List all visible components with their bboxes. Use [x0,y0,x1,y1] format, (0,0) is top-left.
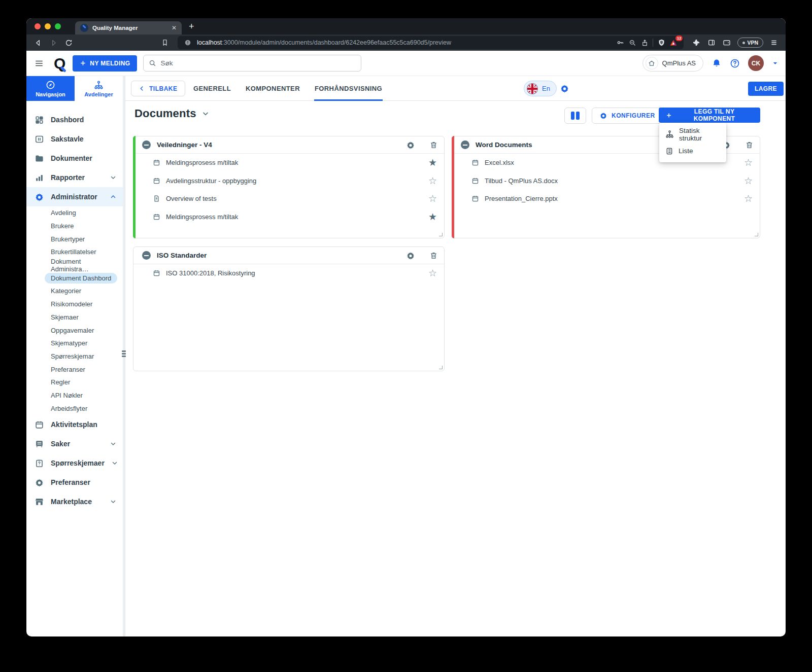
collapse-circle-icon[interactable] [142,251,151,260]
qmplus-logo[interactable]: Q [54,56,65,71]
card-settings-gear-icon[interactable] [406,251,415,260]
wallet-icon[interactable] [720,37,733,49]
password-key-icon[interactable] [614,37,626,48]
favorite-star-icon[interactable]: ☆ [428,194,437,203]
notifications-bell-icon[interactable] [712,58,722,68]
sidebar-item-saker[interactable]: Saker [26,434,123,453]
submenu-item-preferanser[interactable]: Preferanser [26,363,123,376]
menu-item-liste[interactable]: Liste [659,143,726,159]
favorite-star-icon[interactable]: ☆ [428,268,437,278]
sidebar-toggle-icon[interactable] [705,37,718,49]
add-component-button[interactable]: LEGG TIL NY KOMPONENT [659,108,760,123]
card-delete-trash-icon[interactable] [745,140,754,150]
card-resize-handle[interactable] [439,366,443,369]
sidebar-item-administrator[interactable]: Administrator [26,187,123,206]
favorite-star-icon[interactable]: ☆ [428,176,437,186]
submenu-item-risikomodeler[interactable]: Risikomodeler [26,298,123,311]
document-row[interactable]: Overview of tests ☆ [133,190,444,208]
browser-menu-icon[interactable] [767,37,781,49]
submenu-item-kategorier[interactable]: Kategorier [26,285,123,298]
vpn-button[interactable]: VPN [737,38,763,48]
url-bar[interactable]: localhost:3000/module/admin/documents/da… [178,36,684,49]
close-window-button[interactable] [35,23,41,29]
submenu-item-skjemaer[interactable]: Skjemaer [26,311,123,324]
sidebar-item-dokumenter[interactable]: Dokumenter [26,149,123,168]
document-row[interactable]: Meldingsprosess m/tiltak ★ [133,208,444,226]
organization-selector[interactable]: QmPlus AS [642,55,703,72]
browser-tab[interactable]: Quality Manager ✕ [75,21,182,34]
new-message-button[interactable]: NY MELDING [73,55,137,72]
tab-generell[interactable]: GENERELL [193,76,231,101]
tab-komponenter[interactable]: KOMPONENTER [245,76,300,101]
submenu-item-arbeidsflyter[interactable]: Arbeidsflyter [26,402,123,415]
sidebar-item-rapporter[interactable]: Rapporter [26,168,123,187]
title-chevron-down-icon[interactable] [201,110,210,118]
card-settings-gear-icon[interactable] [406,140,415,150]
help-icon[interactable] [730,58,740,68]
submenu-item-brukere[interactable]: Brukere [26,220,123,233]
sidebar-item-marketplace[interactable]: Marketplace [26,492,123,511]
submenu-item-oppgavemaler[interactable]: Oppgavemaler [26,324,123,337]
site-info-icon[interactable] [182,37,194,48]
card-delete-trash-icon[interactable] [429,140,438,150]
submenu-item-brukertyper[interactable]: Brukertyper [26,232,123,245]
back-icon[interactable] [31,37,45,49]
submenu-item-sporreskjemar[interactable]: Spørreskjemar [26,350,123,363]
submenu-item-dokument-administrasjon[interactable]: Dokument Administra… [26,259,123,272]
tab-forhandsvisning[interactable]: FORHÅNDSVISNING [314,76,383,101]
submenu-item-dokument-dashbord[interactable]: Dokument Dashbord [26,271,123,285]
favorite-star-icon[interactable]: ★ [428,212,437,222]
new-tab-button[interactable]: + [189,22,194,31]
favorite-star-icon[interactable]: ★ [428,158,437,167]
save-button[interactable]: LAGRE [748,82,784,96]
uk-flag-icon [526,83,538,95]
account-chevron-down-icon[interactable] [772,60,779,66]
document-row[interactable]: Presentation_Cierre.pptx ☆ [452,190,760,208]
zoom-out-icon[interactable] [626,37,638,48]
menu-item-statisk-struktur[interactable]: Statisk struktur [659,126,726,143]
app-menu-icon[interactable] [33,59,45,68]
back-button[interactable]: TILBAKE [131,81,185,96]
submenu-item-regler[interactable]: Regler [26,376,123,389]
search-input[interactable] [160,59,356,67]
brave-rewards-icon[interactable]: 12 [667,37,680,48]
sidebar-item-aktivitetsplan[interactable]: Aktivitetsplan [26,415,123,434]
global-search[interactable] [143,55,361,72]
bookmark-icon[interactable] [158,37,172,49]
document-row[interactable]: Avdelingsstruktur - oppbygging ☆ [133,172,444,190]
file-icon [153,195,160,202]
avatar[interactable]: CK [748,55,764,71]
brave-shield-icon[interactable] [655,37,667,48]
tab-close-icon[interactable]: ✕ [171,24,178,31]
sidebar-item-sakstavle[interactable]: Sakstavle [26,129,123,149]
card-delete-trash-icon[interactable] [429,251,438,260]
document-row[interactable]: Meldingsprosess m/tiltak ★ [133,154,444,172]
sidebar-item-preferanser[interactable]: Preferanser [26,473,123,492]
preview-settings-gear-icon[interactable] [560,84,569,93]
layout-columns-button[interactable] [564,108,586,124]
submenu-item-avdeling[interactable]: Avdeling [26,206,123,220]
share-icon[interactable] [638,37,651,48]
minimize-window-button[interactable] [45,23,51,29]
sidebar-item-dashbord[interactable]: Dashbord [26,110,123,129]
document-row[interactable]: Tilbud - QmPlus AS.docx ☆ [452,172,760,190]
forward-icon[interactable] [47,37,60,49]
zoom-window-button[interactable] [55,23,61,29]
submenu-item-skjematyper[interactable]: Skjematyper [26,337,123,350]
extensions-puzzle-icon[interactable] [690,37,703,49]
sidebar-tab-navigation[interactable]: Navigasjon [26,76,75,101]
configure-button[interactable]: KONFIGURER [592,108,663,124]
favorite-star-icon[interactable]: ☆ [744,176,753,186]
card-resize-handle[interactable] [439,233,443,236]
reload-icon[interactable] [62,37,75,49]
sidebar-item-sporreskjemaer[interactable]: Spørreskjemaer [26,453,123,473]
collapse-circle-icon[interactable] [142,140,151,149]
language-selector[interactable]: En [524,81,557,96]
document-row[interactable]: ISO 31000:2018, Risikostyring ☆ [133,264,444,282]
submenu-item-api-nokler[interactable]: API Nøkler [26,389,123,402]
card-resize-handle[interactable] [755,233,758,236]
collapse-circle-icon[interactable] [461,140,469,149]
sidebar-tab-departments[interactable]: Avdelinger [75,76,123,101]
favorite-star-icon[interactable]: ☆ [744,158,753,167]
favorite-star-icon[interactable]: ☆ [744,194,753,203]
